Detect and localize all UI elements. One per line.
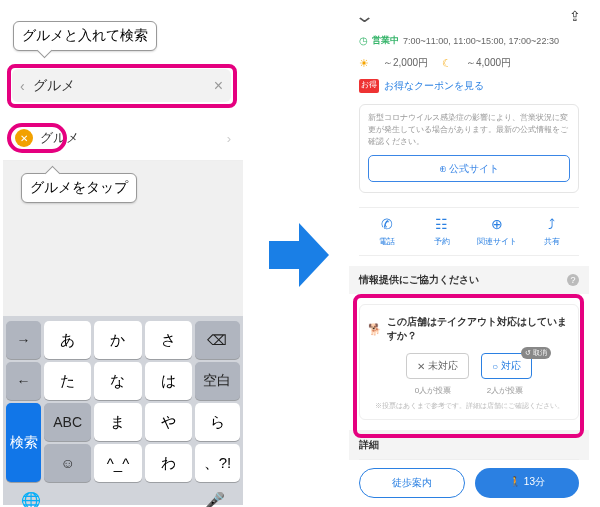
action-row: ✆ 電話 ☷ 予約 ⊕ 関連サイト ⤴ 共有 <box>359 207 579 256</box>
walk-time-button[interactable]: 🚶 13分 <box>475 468 579 498</box>
calendar-icon: ☷ <box>414 216 469 232</box>
divider <box>359 459 579 460</box>
key-ha[interactable]: は <box>145 362 192 400</box>
key-space[interactable]: 空白 <box>195 362 240 400</box>
highlight-row <box>7 123 67 153</box>
sun-icon: ☀ <box>359 57 369 70</box>
price-night: ～4,000円 <box>466 56 511 70</box>
business-hours: ◷ 営業中 7:00~11:00, 11:00~15:00, 17:00~22:… <box>359 31 579 50</box>
share-out-icon: ⤴ <box>524 216 579 232</box>
key-ka[interactable]: か <box>94 321 141 359</box>
key-search[interactable]: 検索 <box>6 403 41 482</box>
moon-icon: ☾ <box>442 57 452 70</box>
globe-icon: ⊕ <box>469 216 524 232</box>
walk-guide-button[interactable]: 徒歩案内 <box>359 468 465 498</box>
key-punct[interactable]: 、?! <box>195 444 240 482</box>
hours-text: 7:00~11:00, 11:00~15:00, 17:00~22:30 <box>403 36 559 46</box>
highlight-search <box>7 64 237 108</box>
key-ya[interactable]: や <box>145 403 192 441</box>
key-ma[interactable]: ま <box>94 403 141 441</box>
coupon-link[interactable]: お得 お得なクーポンを見る <box>359 76 579 101</box>
keyboard: → あ か さ ⌫ ← た な は 空白 ABC ま や ら 検索 ☺ ^_^ … <box>3 316 243 505</box>
share-icon[interactable]: ⇪ <box>569 8 581 24</box>
open-label: 営業中 <box>372 34 399 47</box>
coupon-text: お得なクーポンを見る <box>384 79 484 93</box>
action-share[interactable]: ⤴ 共有 <box>524 208 579 255</box>
key-a[interactable]: あ <box>44 321 91 359</box>
phone-icon: ✆ <box>359 216 414 232</box>
key-wa[interactable]: わ <box>145 444 192 482</box>
callout-tap: グルメをタップ <box>21 173 137 203</box>
action-reserve[interactable]: ☷ 予約 <box>414 208 469 255</box>
key-dakuten[interactable]: ^_^ <box>94 444 141 482</box>
key-sa[interactable]: さ <box>145 321 192 359</box>
action-phone[interactable]: ✆ 電話 <box>359 208 414 255</box>
key-backspace[interactable]: ⌫ <box>195 321 240 359</box>
arrow-right <box>269 215 329 295</box>
chevron-right-icon: › <box>227 131 231 146</box>
phone-right: ⌄ ⇪ ◷ 営業中 7:00~11:00, 11:00~15:00, 17:00… <box>349 1 589 506</box>
notice-box: 新型コロナウイルス感染症の影響により、営業状況に変更が発生している場合があります… <box>359 104 579 193</box>
header: ⌄ ⇪ <box>349 4 589 28</box>
mic-icon[interactable]: 🎤 <box>205 491 225 508</box>
notice-text: 新型コロナウイルス感染症の影響により、営業状況に変更が発生している場合があります… <box>368 112 570 148</box>
key-ta[interactable]: た <box>44 362 91 400</box>
price-line: ☀ ～2,000円 ☾ ～4,000円 <box>359 50 579 76</box>
key-na[interactable]: な <box>94 362 141 400</box>
callout-search: グルメと入れて検索 <box>13 21 157 51</box>
key-emoji[interactable]: ☺ <box>44 444 91 482</box>
key-ra[interactable]: ら <box>195 403 240 441</box>
globe-icon[interactable]: 🌐 <box>21 491 41 508</box>
action-related[interactable]: ⊕ 関連サイト <box>469 208 524 255</box>
key-arrow-right[interactable]: → <box>6 321 41 359</box>
help-icon[interactable]: ? <box>567 274 579 286</box>
price-day: ～2,000円 <box>383 56 428 70</box>
collapse-icon[interactable]: ⌄ <box>354 5 375 27</box>
key-abc[interactable]: ABC <box>44 403 91 441</box>
official-site-button[interactable]: 公式サイト <box>368 155 570 182</box>
coop-title: 情報提供にご協力ください <box>359 273 479 287</box>
clock-icon: ◷ <box>359 35 368 46</box>
key-arrow-left[interactable]: ← <box>6 362 41 400</box>
highlight-coop <box>353 294 584 438</box>
coupon-badge: お得 <box>359 79 379 93</box>
coop-header: 情報提供にご協力ください ? <box>349 266 589 294</box>
phone-left: グルメと入れて検索 グルメをタップ ‹ グルメ × ✕ グルメ › → あ か … <box>3 1 243 506</box>
